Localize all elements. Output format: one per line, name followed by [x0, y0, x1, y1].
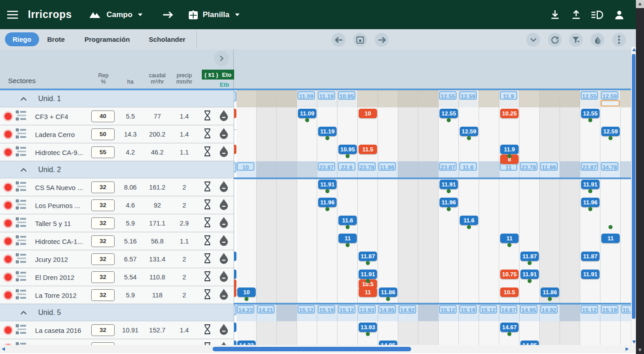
- chevron-down-icon[interactable]: [526, 33, 540, 47]
- value-badge-blue[interactable]: 11.91: [581, 180, 600, 189]
- value-badge-orange[interactable]: 10.25: [500, 109, 519, 118]
- group-row[interactable]: Unid. 2: [0, 161, 234, 178]
- grid-cell[interactable]: [297, 268, 317, 286]
- value-badge-blue[interactable]: 11.91: [581, 270, 600, 279]
- grid-cell[interactable]: [257, 178, 277, 196]
- grid-cell[interactable]: [439, 143, 459, 161]
- grid-cell[interactable]: [317, 250, 338, 268]
- grid-cell[interactable]: [297, 178, 317, 196]
- grid-cell[interactable]: [338, 196, 358, 214]
- hourglass-icon[interactable]: [204, 289, 211, 301]
- grid-cell[interactable]: [560, 107, 580, 125]
- rep-input[interactable]: 32: [91, 324, 115, 336]
- grid-cell[interactable]: [378, 232, 398, 250]
- grid-cell[interactable]: [297, 250, 317, 268]
- grid-cell[interactable]: [520, 125, 540, 143]
- grid-cell[interactable]: [418, 161, 439, 178]
- grid-cell[interactable]: [459, 250, 479, 268]
- grid-cell[interactable]: [236, 214, 257, 232]
- sector-row[interactable]: Hidrotec CA-1...325.1656.81.1: [0, 232, 234, 250]
- grid-cell[interactable]: [540, 178, 560, 196]
- rep-input[interactable]: 32: [91, 217, 115, 229]
- collapse-icon[interactable]: [20, 95, 27, 103]
- drop-minus-icon[interactable]: [219, 181, 229, 194]
- value-badge-blue[interactable]: 13.93: [359, 323, 377, 332]
- tab-programacion[interactable]: Programación: [84, 29, 130, 49]
- grid-cell[interactable]: [439, 339, 459, 345]
- value-badge-orange[interactable]: 10: [359, 109, 377, 118]
- sector-row[interactable]: [0, 339, 234, 345]
- grid-cell[interactable]: [600, 339, 621, 345]
- grid-cell[interactable]: [338, 178, 358, 196]
- drop-minus-icon[interactable]: [219, 323, 229, 337]
- grid-cell[interactable]: [358, 90, 378, 107]
- hourglass-icon[interactable]: [204, 324, 211, 336]
- grid-cell[interactable]: [338, 125, 358, 143]
- more-icon[interactable]: [612, 33, 626, 47]
- grid-cell[interactable]: [317, 339, 338, 345]
- group-total-badge[interactable]: 15.19: [459, 305, 477, 314]
- grid-cell[interactable]: [580, 286, 600, 304]
- grid-cell[interactable]: [398, 196, 418, 214]
- grid-cell[interactable]: [418, 214, 439, 232]
- group-total-badge[interactable]: 11.6: [459, 162, 477, 171]
- grid-cell[interactable]: [418, 196, 439, 214]
- grid-cell[interactable]: [600, 178, 621, 196]
- grid-cell[interactable]: [418, 304, 439, 321]
- grid-cell[interactable]: [439, 125, 459, 143]
- grid-cell[interactable]: [257, 90, 277, 107]
- grid-cell[interactable]: [277, 268, 297, 286]
- grid-cell[interactable]: [520, 107, 540, 125]
- value-badge-blue[interactable]: 14.67: [500, 323, 519, 332]
- grid-cell[interactable]: [621, 161, 631, 178]
- grid-cell[interactable]: [398, 125, 418, 143]
- value-badge-blue[interactable]: 11.87: [359, 252, 377, 261]
- group-total-badge[interactable]: 14.67: [500, 305, 517, 314]
- grid-cell[interactable]: [398, 250, 418, 268]
- grid-cell[interactable]: [338, 339, 358, 345]
- grid-cell[interactable]: [297, 125, 317, 143]
- grid-cell[interactable]: [297, 232, 317, 250]
- refresh-icon[interactable]: [548, 33, 562, 47]
- grid-cell[interactable]: [418, 178, 439, 196]
- value-badge-blue[interactable]: 11.86: [379, 288, 397, 297]
- value-badge-blue[interactable]: 11.91: [359, 270, 377, 279]
- window-scroll-down[interactable]: [638, 349, 642, 352]
- grid-cell[interactable]: [439, 268, 459, 286]
- water-drop-icon[interactable]: [591, 33, 604, 47]
- value-badge-blue[interactable]: 11: [338, 234, 357, 243]
- grid-cell[interactable]: [358, 232, 378, 250]
- group-row[interactable]: Unid. 1: [0, 90, 234, 107]
- grid-cell[interactable]: [257, 143, 277, 161]
- grid-cell[interactable]: [520, 214, 540, 232]
- grid-cell[interactable]: [560, 304, 580, 321]
- grid-cell[interactable]: [338, 321, 358, 339]
- grid-cell[interactable]: [257, 107, 277, 125]
- grid-cell[interactable]: [580, 339, 600, 345]
- grid-cell[interactable]: [297, 161, 317, 178]
- grid-cell[interactable]: [540, 321, 560, 339]
- value-badge-blue[interactable]: 10: [237, 288, 256, 297]
- grid-cell[interactable]: [236, 178, 257, 196]
- grid-cell[interactable]: [418, 232, 439, 250]
- value-badge-blue[interactable]: 11.86: [541, 288, 559, 297]
- grid-cell[interactable]: [459, 339, 479, 345]
- grid-cell[interactable]: [317, 214, 338, 232]
- group-total-badge[interactable]: 15.12: [439, 305, 457, 314]
- group-total-badge[interactable]: 14.95: [378, 305, 396, 314]
- drop-minus-icon[interactable]: [219, 128, 229, 141]
- grid-cell[interactable]: [378, 268, 398, 286]
- grid-cell[interactable]: [479, 143, 499, 161]
- grid-cell[interactable]: [621, 143, 631, 161]
- group-total-badge[interactable]: 11.09: [298, 91, 315, 100]
- grid-cell[interactable]: [459, 178, 479, 196]
- scroll-right-icon[interactable]: [626, 347, 629, 351]
- grid-cell[interactable]: [540, 107, 560, 125]
- scroll-left-icon[interactable]: [2, 347, 5, 351]
- forward-icon[interactable]: [375, 33, 389, 47]
- sector-row[interactable]: La caseta 20163210.91152.71.4: [0, 321, 234, 339]
- grid-cell[interactable]: [479, 321, 499, 339]
- grid-cell[interactable]: [277, 339, 297, 345]
- value-badge-blue[interactable]: 14.95: [379, 341, 397, 345]
- drop-minus-icon[interactable]: [219, 288, 229, 302]
